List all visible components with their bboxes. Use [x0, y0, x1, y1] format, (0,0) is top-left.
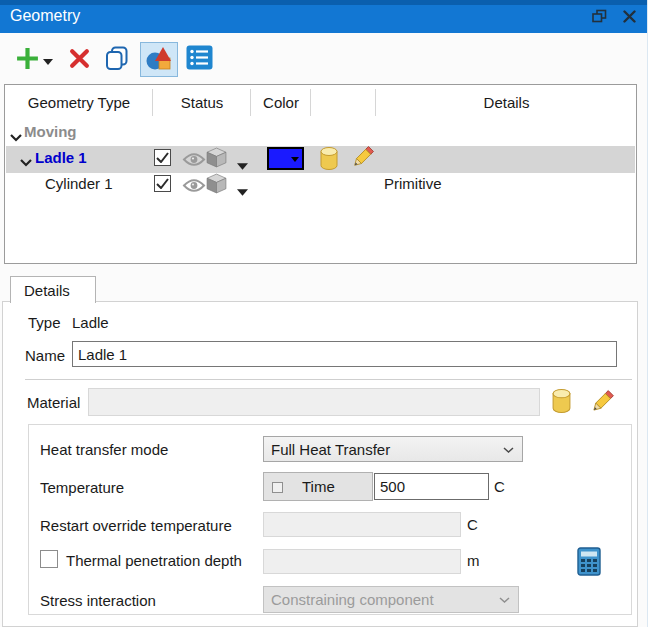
column-header-geometry-type[interactable]: Geometry Type	[5, 94, 153, 114]
column-separator	[375, 89, 376, 116]
group-label-moving[interactable]: Moving	[24, 123, 77, 140]
column-header-color[interactable]: Color	[251, 94, 311, 114]
temperature-input[interactable]	[374, 473, 489, 500]
tab-label: Details	[24, 282, 70, 299]
collapse-chevron-icon[interactable]	[20, 153, 32, 171]
red-x-icon	[69, 48, 90, 72]
close-icon[interactable]	[620, 8, 638, 24]
copy-icon	[104, 45, 130, 74]
render-cube-icon[interactable]	[206, 173, 227, 198]
edit-pencil-icon[interactable]	[350, 145, 375, 174]
time-checkbox[interactable]	[272, 482, 283, 493]
edit-pencil-icon[interactable]	[589, 389, 615, 419]
restart-override-input[interactable]	[263, 512, 461, 537]
row-details-text: Primitive	[384, 175, 442, 192]
column-header-details[interactable]: Details	[376, 94, 637, 114]
enabled-checkbox[interactable]	[154, 149, 171, 166]
column-separator	[310, 89, 311, 116]
temperature-label: Temperature	[40, 479, 124, 496]
temperature-time-button[interactable]: Time	[263, 472, 373, 501]
thermal-penetration-unit: m	[467, 552, 480, 569]
list-view-button[interactable]	[184, 45, 214, 73]
type-label: Type	[28, 314, 61, 331]
color-swatch[interactable]	[267, 147, 304, 170]
chevron-down-icon	[499, 597, 510, 603]
chevron-down-icon	[503, 447, 514, 453]
restart-override-label: Restart override temperature	[40, 517, 232, 534]
render-cube-icon[interactable]	[206, 147, 227, 172]
stress-interaction-select[interactable]: Constraining component	[263, 586, 519, 613]
type-value: Ladle	[72, 314, 109, 331]
temperature-unit: C	[494, 478, 505, 495]
name-input[interactable]	[72, 341, 617, 367]
restart-override-unit: C	[467, 516, 478, 533]
tab-details[interactable]: Details	[10, 276, 96, 303]
geometry-shapes-view-button[interactable]	[140, 42, 178, 77]
column-separator	[250, 89, 251, 116]
column-header-status[interactable]: Status	[153, 94, 251, 114]
time-button-label: Time	[302, 478, 335, 495]
section-divider	[25, 379, 632, 380]
visibility-eye-icon[interactable]	[182, 178, 206, 197]
column-separator	[152, 89, 153, 116]
copy-geometry-button[interactable]	[102, 44, 132, 74]
heat-transfer-mode-value: Full Heat Transfer	[271, 441, 390, 458]
dropdown-arrow-icon	[43, 53, 53, 68]
panel-title: Geometry	[10, 7, 80, 25]
column-header-empty[interactable]	[311, 94, 376, 114]
stress-interaction-value: Constraining component	[271, 591, 434, 608]
name-label: Name	[25, 347, 65, 364]
calculator-icon[interactable]	[577, 547, 601, 580]
row-label-cylinder[interactable]: Cylinder 1	[45, 175, 113, 192]
float-window-icon[interactable]	[590, 8, 608, 24]
dropdown-arrow-icon[interactable]	[237, 182, 248, 200]
bulleted-list-icon	[186, 45, 213, 73]
geometry-table: Geometry Type Status Color Details Movin…	[4, 84, 637, 264]
thermal-penetration-input[interactable]	[263, 549, 461, 574]
add-geometry-button[interactable]	[10, 43, 58, 77]
enabled-checkbox[interactable]	[154, 175, 171, 192]
thermal-penetration-label: Thermal penetration depth	[66, 552, 242, 569]
geometry-panel: Geometry	[0, 0, 648, 627]
titlebar[interactable]: Geometry	[0, 0, 648, 33]
row-label-ladle[interactable]: Ladle 1	[35, 149, 87, 166]
material-label: Material	[27, 394, 80, 411]
thermal-penetration-checkbox[interactable]	[40, 550, 58, 568]
dropdown-arrow-icon[interactable]	[237, 156, 248, 174]
collapse-chevron-icon[interactable]	[10, 128, 22, 146]
material-input[interactable]	[88, 388, 540, 416]
stress-interaction-label: Stress interaction	[40, 592, 156, 609]
material-cylinder-icon[interactable]	[551, 388, 572, 419]
visibility-eye-icon[interactable]	[182, 152, 206, 171]
delete-geometry-button[interactable]	[66, 47, 92, 73]
heat-transfer-mode-select[interactable]: Full Heat Transfer	[263, 436, 523, 462]
material-cylinder-icon[interactable]	[319, 146, 339, 176]
heat-transfer-mode-label: Heat transfer mode	[40, 441, 168, 458]
shapes-icon	[145, 45, 173, 75]
plus-icon	[15, 46, 40, 74]
